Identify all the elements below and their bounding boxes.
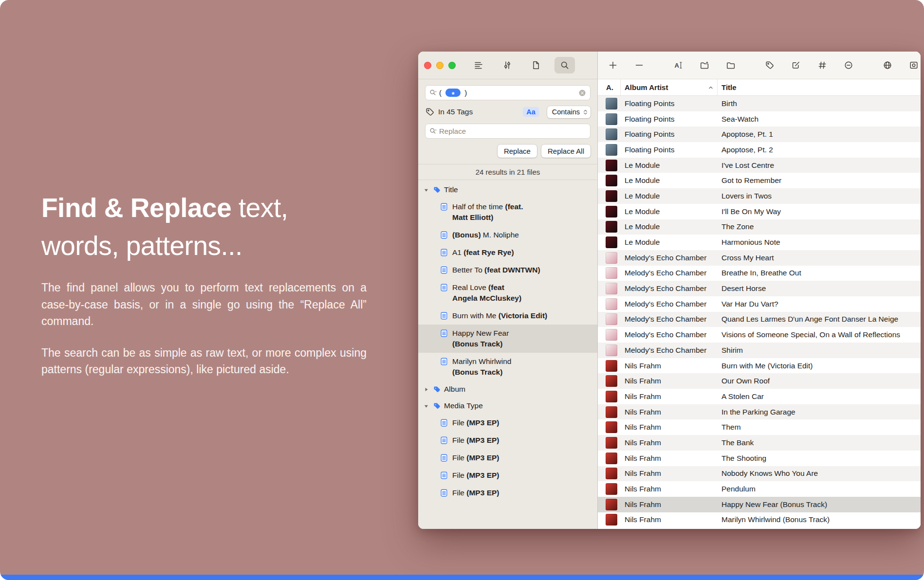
tree-item[interactable]: File (MP3 EP) xyxy=(418,449,597,467)
tree-item[interactable]: (Bonus) M. Noliphe xyxy=(418,226,597,244)
tag-button[interactable] xyxy=(761,57,778,73)
column-header-title[interactable]: Title xyxy=(718,79,921,95)
regex-wildcard-token[interactable]: * xyxy=(445,89,461,97)
tree-item[interactable]: File (MP3 EP) xyxy=(418,467,597,484)
table-row[interactable]: Nils FrahmA Stolen Car xyxy=(598,389,921,404)
zoom-button[interactable] xyxy=(448,62,456,69)
tree-item[interactable]: Real Love (featAngela McCluskey) xyxy=(418,279,597,307)
table-row[interactable]: Floating PointsApoptose, Pt. 1 xyxy=(598,127,921,142)
tree-item[interactable]: Happy New Fear(Bonus Track) xyxy=(418,325,597,353)
tree-group-media-type[interactable]: Media Type xyxy=(418,398,597,414)
table-row[interactable]: Nils FrahmPendulum xyxy=(598,481,921,497)
toolbar-group: A xyxy=(670,57,739,73)
tree-item[interactable]: File (MP3 EP) xyxy=(418,432,597,449)
table-row[interactable]: Floating PointsBirth xyxy=(598,96,921,111)
filter-button[interactable] xyxy=(497,57,517,73)
minus-circle-button[interactable] xyxy=(840,57,857,73)
align-left-button[interactable] xyxy=(468,57,489,73)
table-row[interactable]: Le ModuleHarmonious Note xyxy=(598,235,921,250)
toolbar-group xyxy=(879,57,921,73)
cell-title: Marilyn Whirlwind (Bonus Track) xyxy=(718,515,921,524)
table-row[interactable]: Nils FrahmMarilyn Whirlwind (Bonus Track… xyxy=(598,512,921,528)
table-row[interactable]: Melody's Echo ChamberBreathe In, Breathe… xyxy=(598,266,921,281)
triangle-right-icon[interactable] xyxy=(422,386,430,393)
table-row[interactable]: Nils FrahmThe Shooting xyxy=(598,451,921,466)
add-button[interactable] xyxy=(605,57,621,73)
table-row[interactable]: Nils FrahmHappy New Fear (Bonus Track) xyxy=(598,497,921,512)
search-menu-icon[interactable] xyxy=(429,89,437,97)
table-row[interactable]: Melody's Echo ChamberVar Har Du Vart? xyxy=(598,296,921,312)
remove-button[interactable] xyxy=(631,57,647,73)
globe-button[interactable] xyxy=(879,57,896,73)
table-row[interactable]: Melody's Echo ChamberQuand Les Larmes D'… xyxy=(598,312,921,327)
tree-item[interactable]: File (MP3 EP) xyxy=(418,414,597,432)
tree-item[interactable]: File (MP3 EP) xyxy=(418,484,597,502)
doc-lines-icon xyxy=(440,471,448,480)
match-mode-dropdown[interactable]: Contains xyxy=(547,106,591,118)
table-row[interactable]: Melody's Echo ChamberShirim xyxy=(598,343,921,358)
artwork-button[interactable] xyxy=(906,57,921,73)
new-document-button[interactable] xyxy=(526,57,546,73)
table-row[interactable]: Le ModuleI'll Be On My Way xyxy=(598,204,921,219)
search-input[interactable]: ( * ) xyxy=(425,85,591,100)
album-art-thumbnail xyxy=(606,144,617,156)
column-header-album-artist[interactable]: Album Artist xyxy=(621,79,718,95)
table-row[interactable]: Floating PointsSea-Watch xyxy=(598,111,921,127)
table-row[interactable]: Le ModuleLovers in Twos xyxy=(598,188,921,204)
column-header-art[interactable]: A. xyxy=(598,79,621,95)
number-button[interactable] xyxy=(814,57,831,73)
new-folder-icon xyxy=(700,60,709,70)
tree-item[interactable]: Burn with Me (Victoria Edit) xyxy=(418,307,597,325)
album-art-thumbnail xyxy=(606,206,617,218)
table-row[interactable]: Melody's Echo ChamberDesert Horse xyxy=(598,281,921,296)
clear-search-button[interactable] xyxy=(578,89,586,97)
table-row[interactable]: Le ModuleGot to Remember xyxy=(598,173,921,188)
tree-item[interactable]: Better To (feat DWNTWN) xyxy=(418,261,597,279)
table-row[interactable]: Nils FrahmBurn with Me (Victoria Edit) xyxy=(598,358,921,374)
cell-art xyxy=(598,453,621,464)
minimize-button[interactable] xyxy=(436,62,444,69)
search-text-prefix: ( xyxy=(439,89,444,97)
doc-lines-icon xyxy=(440,202,448,211)
table-row[interactable]: Nils FrahmIn the Parking Garage xyxy=(598,404,921,420)
svg-text:A: A xyxy=(675,62,680,69)
edit-text-button[interactable]: A xyxy=(670,57,686,73)
search-scope-row: In 45 Tags Aa Contains xyxy=(425,105,591,119)
triangle-down-icon[interactable] xyxy=(422,187,430,193)
tree-group-title[interactable]: Title xyxy=(418,181,597,198)
search-button[interactable] xyxy=(554,57,575,73)
table-row[interactable]: Melody's Echo ChamberVisions of Someone … xyxy=(598,327,921,343)
find-panel: ( * ) In 45 Tags Aa Contains R xyxy=(418,79,597,158)
doc-lines-icon xyxy=(440,436,448,445)
hero-paragraph: The find panel allows you to perform tex… xyxy=(41,279,367,330)
cell-title: Cross My Heart xyxy=(718,254,921,262)
replace-button[interactable]: Replace xyxy=(498,145,537,158)
folder-button[interactable] xyxy=(722,57,739,73)
table-row[interactable]: Nils FrahmThe Bank xyxy=(598,435,921,451)
album-art-thumbnail xyxy=(606,98,617,109)
triangle-down-icon[interactable] xyxy=(422,403,430,409)
table-row[interactable]: Le ModuleI've Lost Centre xyxy=(598,158,921,173)
new-folder-button[interactable] xyxy=(696,57,713,73)
table-row[interactable]: Nils FrahmNobody Knows Who You Are xyxy=(598,466,921,482)
table-row[interactable]: Melody's Echo ChamberCross My Heart xyxy=(598,250,921,266)
tree-group-label: Media Type xyxy=(444,401,483,410)
results-status-text: 24 results in 21 files xyxy=(476,168,540,176)
cell-album-artist: Melody's Echo Chamber xyxy=(621,254,718,262)
tree-group-album[interactable]: Album xyxy=(418,381,597,398)
table-row[interactable]: Le ModuleThe Zone xyxy=(598,219,921,235)
table-row[interactable]: Nils FrahmThem xyxy=(598,419,921,435)
tree-item[interactable]: Half of the time (feat.Matt Elliott) xyxy=(418,198,597,226)
tree-item[interactable]: A1 (feat Rye Rye) xyxy=(418,244,597,261)
table-row[interactable]: Nils FrahmOur Own Roof xyxy=(598,373,921,389)
table-row[interactable]: Floating PointsApoptose, Pt. 2 xyxy=(598,142,921,158)
close-button[interactable] xyxy=(424,62,431,69)
replace-menu-icon[interactable] xyxy=(429,127,437,135)
replace-all-button[interactable]: Replace All xyxy=(541,145,591,158)
cell-title: Apoptose, Pt. 2 xyxy=(718,145,921,154)
match-case-button[interactable]: Aa xyxy=(523,107,539,117)
compose-button[interactable] xyxy=(788,57,804,73)
replace-input[interactable]: Replace xyxy=(425,124,591,139)
cell-art xyxy=(598,483,621,495)
tree-item[interactable]: Marilyn Whirlwind(Bonus Track) xyxy=(418,353,597,381)
